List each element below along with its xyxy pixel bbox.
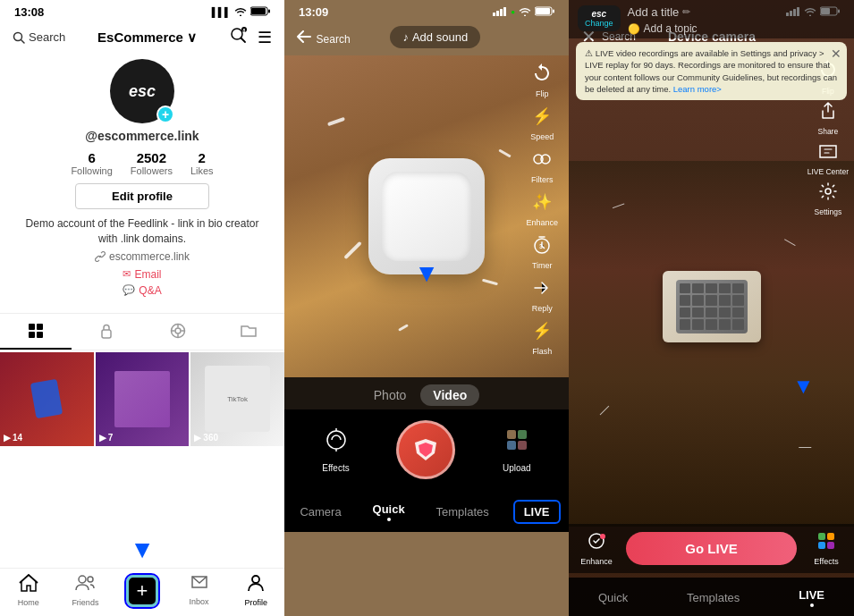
- menu-icon[interactable]: ☰: [258, 28, 272, 47]
- nav-inbox[interactable]: Inbox: [171, 574, 228, 607]
- followers-label: Followers: [131, 165, 173, 176]
- thumb-3[interactable]: TikTok ▶ 360: [190, 352, 284, 446]
- reply-tool[interactable]: Reply: [526, 274, 558, 313]
- nav-profile[interactable]: Profile: [227, 574, 284, 607]
- add-title-text[interactable]: Add a title: [628, 5, 680, 19]
- nav-home-label: Home: [18, 598, 39, 607]
- svg-point-17: [88, 577, 93, 582]
- p3-tab-templates[interactable]: Templates: [680, 587, 747, 608]
- nav-create[interactable]: +: [114, 574, 171, 607]
- record-button[interactable]: [396, 420, 455, 479]
- tab-tag[interactable]: [142, 314, 214, 350]
- p3-settings-tool[interactable]: Settings: [812, 180, 843, 218]
- stat-following[interactable]: 6 Following: [71, 150, 112, 176]
- edit-profile-button[interactable]: Edit profile: [75, 183, 209, 209]
- upload-btn[interactable]: Upload: [503, 426, 531, 473]
- esc-badge: esc Change: [578, 5, 621, 31]
- nav-inbox-label: Inbox: [190, 597, 209, 606]
- svg-rect-2: [268, 10, 270, 13]
- flip-label: Flip: [536, 89, 549, 98]
- avatar-plus-icon[interactable]: +: [156, 105, 174, 123]
- nav-friends[interactable]: Friends: [57, 574, 114, 607]
- p3-tab-quick[interactable]: Quick: [591, 587, 635, 608]
- nav-home[interactable]: Home: [0, 574, 57, 607]
- effects-go-btn[interactable]: Effects: [804, 531, 849, 566]
- add-topic-row[interactable]: 🟡 Add a topic: [628, 22, 845, 35]
- info-close-button[interactable]: ✕: [831, 46, 841, 63]
- p3-share-tool[interactable]: Share: [816, 99, 841, 138]
- timer-tool[interactable]: 3 Timer: [526, 231, 558, 270]
- content-tabs: [0, 313, 284, 350]
- add-topic-text: Add a topic: [644, 22, 698, 35]
- following-count: 6: [88, 150, 95, 165]
- p2-tab-live[interactable]: LIVE: [513, 500, 561, 524]
- speed-icon: ⚡: [528, 102, 556, 131]
- p2-tab-quick[interactable]: Quick: [366, 499, 412, 525]
- header-icons: 8 ☰: [229, 26, 272, 48]
- svg-rect-20: [496, 11, 499, 16]
- thumb-1[interactable]: ▶ 14: [0, 352, 94, 446]
- time-1: 13:08: [14, 5, 44, 19]
- qa-link[interactable]: 💬 Q&A: [123, 284, 161, 297]
- p2-tab-templates[interactable]: Templates: [429, 502, 496, 522]
- email-link[interactable]: ✉ Email: [123, 268, 161, 281]
- tab-grid[interactable]: [0, 314, 72, 350]
- camera-right-tools: Flip ⚡ Speed Filters ✨ Enhance 3 Timer: [522, 55, 562, 359]
- video-mode[interactable]: Video: [420, 384, 479, 406]
- stats-row: 6 Following 2502 Followers 2 Likes: [71, 150, 213, 176]
- tab-folder[interactable]: [214, 314, 285, 350]
- go-live-button[interactable]: Go LIVE: [626, 532, 797, 565]
- p3-live-center-tool[interactable]: LIVE Center: [806, 139, 850, 178]
- svg-rect-50: [827, 542, 834, 549]
- svg-line-4: [21, 39, 25, 43]
- flash-label: Flash: [532, 347, 552, 356]
- filters-tool[interactable]: Filters: [526, 145, 558, 184]
- search-icon[interactable]: 8: [229, 26, 247, 48]
- thumb-2[interactable]: ▶ 7: [96, 352, 190, 446]
- svg-text:8: 8: [242, 28, 245, 33]
- svg-rect-48: [827, 533, 834, 540]
- blue-arrow-1: ▼: [130, 536, 155, 564]
- filters-icon: [528, 145, 556, 173]
- username-header[interactable]: EsCommerce ∨: [97, 30, 197, 46]
- reply-icon: [528, 274, 556, 302]
- add-sound-button[interactable]: ♪ Add sound: [390, 26, 480, 48]
- flip-tool[interactable]: Flip: [526, 59, 558, 98]
- username: @escommerce.link: [85, 129, 199, 143]
- status-icons-1: ▌▌▌: [212, 6, 270, 18]
- flash-tool[interactable]: ⚡ Flash: [526, 316, 558, 356]
- svg-rect-24: [536, 8, 550, 14]
- p2-tab-camera[interactable]: Camera: [292, 502, 348, 522]
- effects-btn[interactable]: Effects: [322, 426, 349, 473]
- create-button[interactable]: +: [126, 575, 158, 607]
- followers-count: 2502: [137, 150, 166, 165]
- status-icons-2: ●: [493, 6, 554, 18]
- effects-label: Effects: [322, 463, 349, 473]
- likes-label: Likes: [190, 165, 214, 176]
- video-grid: ▶ 14 ▶ 7 TikTok ▶ 360: [0, 352, 284, 446]
- svg-point-30: [327, 431, 345, 449]
- bio-link[interactable]: escommerce.link: [95, 250, 190, 263]
- timer-label: Timer: [532, 261, 553, 270]
- white-dash-1: —: [610, 196, 627, 214]
- speed-tool[interactable]: ⚡ Speed: [526, 102, 558, 141]
- stat-followers[interactable]: 2502 Followers: [131, 150, 173, 176]
- blue-arrow-3: ▼: [793, 374, 815, 399]
- learn-more-link[interactable]: Learn more>: [673, 84, 722, 94]
- status-bar-2: 13:09 ●: [284, 0, 569, 22]
- search-btn[interactable]: Search: [13, 30, 65, 44]
- stat-likes[interactable]: 2 Likes: [190, 150, 214, 176]
- enhance-btn[interactable]: Enhance: [574, 531, 619, 566]
- change-button[interactable]: Change: [585, 19, 613, 28]
- capture-row: Effects Upload: [284, 409, 569, 490]
- battery-icon-2: [535, 6, 554, 18]
- svg-rect-10: [37, 324, 43, 330]
- p3-tab-live[interactable]: LIVE: [791, 585, 832, 611]
- photo-mode[interactable]: Photo: [374, 388, 407, 402]
- wifi-icon-1: [234, 7, 247, 18]
- back-button-2[interactable]: Search: [297, 27, 351, 47]
- title-input-area: Add a title ✏ 🟡 Add a topic: [628, 5, 845, 35]
- enhance-tool[interactable]: ✨ Enhance: [526, 188, 558, 227]
- svg-rect-13: [102, 330, 111, 338]
- tab-lock[interactable]: [72, 314, 143, 350]
